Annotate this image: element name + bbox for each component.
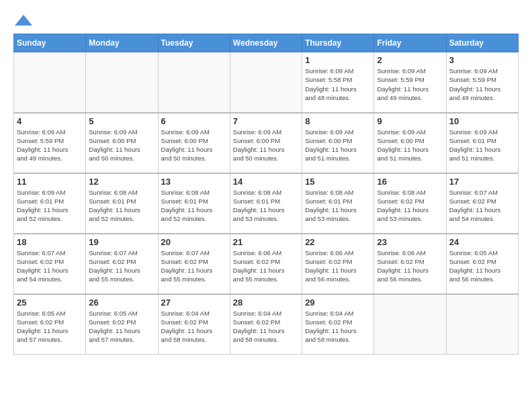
day-number: 27 (161, 298, 227, 308)
calendar-cell: 10Sunrise: 6:09 AM Sunset: 6:01 PM Dayli… (446, 113, 518, 173)
day-info: Sunrise: 6:08 AM Sunset: 6:01 PM Dayligh… (305, 188, 371, 224)
calendar-cell: 16Sunrise: 6:08 AM Sunset: 6:02 PM Dayli… (374, 173, 446, 234)
calendar-cell: 26Sunrise: 6:05 AM Sunset: 6:02 PM Dayli… (86, 294, 158, 355)
day-number: 6 (161, 116, 227, 126)
calendar-cell: 27Sunrise: 6:04 AM Sunset: 6:02 PM Dayli… (158, 294, 230, 355)
day-number: 17 (449, 177, 515, 187)
day-number: 1 (305, 55, 371, 65)
day-info: Sunrise: 6:05 AM Sunset: 6:02 PM Dayligh… (449, 248, 515, 284)
day-number: 24 (449, 237, 515, 247)
day-number: 25 (17, 298, 83, 308)
day-number: 13 (161, 177, 227, 187)
day-info: Sunrise: 6:07 AM Sunset: 6:02 PM Dayligh… (89, 248, 154, 284)
calendar-cell: 7Sunrise: 6:09 AM Sunset: 6:00 PM Daylig… (230, 113, 302, 173)
calendar-cell: 12Sunrise: 6:08 AM Sunset: 6:01 PM Dayli… (86, 173, 158, 234)
day-number: 3 (449, 55, 515, 65)
day-of-week-header: Friday (374, 34, 446, 52)
day-number: 21 (233, 237, 299, 247)
calendar-cell: 5Sunrise: 6:09 AM Sunset: 6:00 PM Daylig… (86, 113, 158, 173)
calendar-cell: 13Sunrise: 6:08 AM Sunset: 6:01 PM Dayli… (158, 173, 230, 234)
day-number: 9 (377, 116, 443, 126)
day-number: 10 (449, 116, 515, 126)
calendar-cell: 6Sunrise: 6:09 AM Sunset: 6:00 PM Daylig… (158, 113, 230, 173)
calendar-cell: 1Sunrise: 6:09 AM Sunset: 5:58 PM Daylig… (302, 52, 374, 113)
calendar-cell: 15Sunrise: 6:08 AM Sunset: 6:01 PM Dayli… (302, 173, 374, 234)
day-number: 16 (377, 177, 443, 187)
day-number: 5 (89, 116, 154, 126)
day-of-week-header: Saturday (446, 34, 518, 52)
day-number: 8 (305, 116, 371, 126)
day-info: Sunrise: 6:06 AM Sunset: 6:02 PM Dayligh… (305, 248, 371, 284)
day-number: 2 (377, 55, 443, 65)
day-info: Sunrise: 6:07 AM Sunset: 6:02 PM Dayligh… (161, 248, 227, 284)
day-info: Sunrise: 6:09 AM Sunset: 6:00 PM Dayligh… (377, 128, 443, 163)
day-of-week-header: Thursday (302, 34, 374, 52)
calendar-cell: 14Sunrise: 6:08 AM Sunset: 6:01 PM Dayli… (230, 173, 302, 234)
day-of-week-header: Wednesday (230, 34, 302, 52)
day-number: 29 (305, 298, 371, 308)
calendar-cell: 29Sunrise: 6:04 AM Sunset: 6:02 PM Dayli… (302, 294, 374, 355)
day-info: Sunrise: 6:06 AM Sunset: 6:02 PM Dayligh… (233, 248, 299, 284)
calendar-cell: 25Sunrise: 6:05 AM Sunset: 6:02 PM Dayli… (14, 294, 86, 355)
calendar-cell (158, 52, 230, 113)
calendar-cell: 21Sunrise: 6:06 AM Sunset: 6:02 PM Dayli… (230, 234, 302, 294)
day-number: 7 (233, 116, 299, 126)
day-info: Sunrise: 6:04 AM Sunset: 6:02 PM Dayligh… (233, 309, 299, 345)
day-info: Sunrise: 6:04 AM Sunset: 6:02 PM Dayligh… (161, 309, 227, 345)
calendar-cell: 17Sunrise: 6:07 AM Sunset: 6:02 PM Dayli… (446, 173, 518, 234)
day-info: Sunrise: 6:09 AM Sunset: 6:01 PM Dayligh… (449, 128, 515, 163)
svg-marker-0 (15, 15, 32, 26)
day-of-week-header: Monday (86, 34, 158, 52)
day-info: Sunrise: 6:09 AM Sunset: 5:59 PM Dayligh… (449, 66, 515, 102)
calendar-table: SundayMondayTuesdayWednesdayThursdayFrid… (13, 34, 519, 355)
day-number: 12 (89, 177, 154, 187)
day-info: Sunrise: 6:05 AM Sunset: 6:02 PM Dayligh… (17, 309, 83, 345)
logo (13, 13, 36, 28)
day-number: 18 (17, 237, 83, 247)
page-header (13, 13, 519, 28)
calendar-cell: 11Sunrise: 6:09 AM Sunset: 6:01 PM Dayli… (14, 173, 86, 234)
calendar-cell: 19Sunrise: 6:07 AM Sunset: 6:02 PM Dayli… (86, 234, 158, 294)
day-info: Sunrise: 6:09 AM Sunset: 6:00 PM Dayligh… (161, 128, 227, 163)
day-info: Sunrise: 6:08 AM Sunset: 6:01 PM Dayligh… (233, 188, 299, 224)
calendar-cell (230, 52, 302, 113)
day-info: Sunrise: 6:04 AM Sunset: 6:02 PM Dayligh… (305, 309, 371, 345)
calendar-cell (14, 52, 86, 113)
day-info: Sunrise: 6:09 AM Sunset: 5:59 PM Dayligh… (17, 128, 83, 163)
day-info: Sunrise: 6:06 AM Sunset: 6:02 PM Dayligh… (377, 248, 443, 284)
day-info: Sunrise: 6:09 AM Sunset: 6:00 PM Dayligh… (89, 128, 154, 163)
calendar-cell (86, 52, 158, 113)
day-info: Sunrise: 6:09 AM Sunset: 6:00 PM Dayligh… (305, 128, 371, 163)
logo-icon (13, 13, 34, 28)
day-info: Sunrise: 6:07 AM Sunset: 6:02 PM Dayligh… (17, 248, 83, 284)
calendar-cell: 3Sunrise: 6:09 AM Sunset: 5:59 PM Daylig… (446, 52, 518, 113)
day-info: Sunrise: 6:09 AM Sunset: 5:59 PM Dayligh… (377, 66, 443, 102)
calendar-cell: 28Sunrise: 6:04 AM Sunset: 6:02 PM Dayli… (230, 294, 302, 355)
day-info: Sunrise: 6:08 AM Sunset: 6:02 PM Dayligh… (377, 188, 443, 224)
day-number: 11 (17, 177, 83, 187)
calendar-cell (446, 294, 518, 355)
calendar-cell: 24Sunrise: 6:05 AM Sunset: 6:02 PM Dayli… (446, 234, 518, 294)
day-number: 22 (305, 237, 371, 247)
day-info: Sunrise: 6:07 AM Sunset: 6:02 PM Dayligh… (449, 188, 515, 224)
day-number: 15 (305, 177, 371, 187)
calendar-cell: 20Sunrise: 6:07 AM Sunset: 6:02 PM Dayli… (158, 234, 230, 294)
day-number: 20 (161, 237, 227, 247)
calendar-cell: 8Sunrise: 6:09 AM Sunset: 6:00 PM Daylig… (302, 113, 374, 173)
day-number: 19 (89, 237, 154, 247)
calendar-cell: 2Sunrise: 6:09 AM Sunset: 5:59 PM Daylig… (374, 52, 446, 113)
day-number: 23 (377, 237, 443, 247)
day-info: Sunrise: 6:09 AM Sunset: 6:00 PM Dayligh… (233, 128, 299, 163)
day-info: Sunrise: 6:08 AM Sunset: 6:01 PM Dayligh… (89, 188, 154, 224)
day-number: 26 (89, 298, 154, 308)
day-number: 4 (17, 116, 83, 126)
calendar-cell: 23Sunrise: 6:06 AM Sunset: 6:02 PM Dayli… (374, 234, 446, 294)
calendar-cell: 22Sunrise: 6:06 AM Sunset: 6:02 PM Dayli… (302, 234, 374, 294)
day-info: Sunrise: 6:05 AM Sunset: 6:02 PM Dayligh… (89, 309, 154, 345)
calendar-cell: 9Sunrise: 6:09 AM Sunset: 6:00 PM Daylig… (374, 113, 446, 173)
day-info: Sunrise: 6:08 AM Sunset: 6:01 PM Dayligh… (161, 188, 227, 224)
day-info: Sunrise: 6:09 AM Sunset: 5:58 PM Dayligh… (305, 66, 371, 102)
day-number: 14 (233, 177, 299, 187)
calendar-cell (374, 294, 446, 355)
calendar-cell: 18Sunrise: 6:07 AM Sunset: 6:02 PM Dayli… (14, 234, 86, 294)
